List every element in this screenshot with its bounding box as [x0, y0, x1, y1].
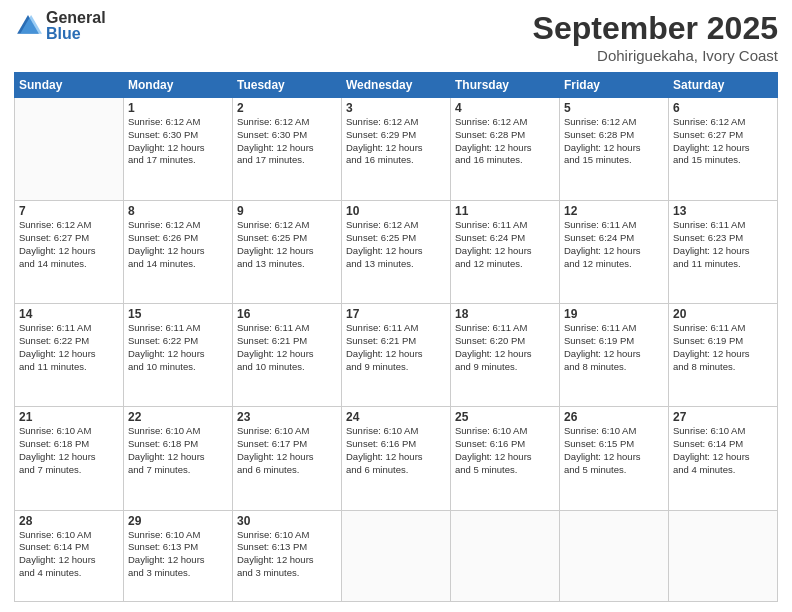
calendar-header-sunday: Sunday	[15, 73, 124, 98]
calendar-cell: 14Sunrise: 6:11 AM Sunset: 6:22 PM Dayli…	[15, 304, 124, 407]
calendar-cell: 26Sunrise: 6:10 AM Sunset: 6:15 PM Dayli…	[560, 407, 669, 510]
calendar-header-tuesday: Tuesday	[233, 73, 342, 98]
day-number: 21	[19, 410, 119, 424]
day-number: 3	[346, 101, 446, 115]
day-number: 17	[346, 307, 446, 321]
header: General Blue September 2025 Dohiriguekah…	[14, 10, 778, 64]
calendar-header-thursday: Thursday	[451, 73, 560, 98]
day-info: Sunrise: 6:12 AM Sunset: 6:30 PM Dayligh…	[237, 116, 337, 167]
logo-text: General Blue	[46, 10, 106, 42]
day-info: Sunrise: 6:12 AM Sunset: 6:25 PM Dayligh…	[346, 219, 446, 270]
day-number: 30	[237, 514, 337, 528]
logo-icon	[14, 12, 42, 40]
calendar-cell: 3Sunrise: 6:12 AM Sunset: 6:29 PM Daylig…	[342, 98, 451, 201]
calendar-cell: 4Sunrise: 6:12 AM Sunset: 6:28 PM Daylig…	[451, 98, 560, 201]
calendar-cell: 27Sunrise: 6:10 AM Sunset: 6:14 PM Dayli…	[669, 407, 778, 510]
calendar-cell: 11Sunrise: 6:11 AM Sunset: 6:24 PM Dayli…	[451, 201, 560, 304]
day-number: 29	[128, 514, 228, 528]
calendar-cell: 16Sunrise: 6:11 AM Sunset: 6:21 PM Dayli…	[233, 304, 342, 407]
day-info: Sunrise: 6:10 AM Sunset: 6:14 PM Dayligh…	[673, 425, 773, 476]
day-info: Sunrise: 6:10 AM Sunset: 6:13 PM Dayligh…	[237, 529, 337, 580]
day-info: Sunrise: 6:12 AM Sunset: 6:29 PM Dayligh…	[346, 116, 446, 167]
day-info: Sunrise: 6:11 AM Sunset: 6:19 PM Dayligh…	[673, 322, 773, 373]
day-number: 16	[237, 307, 337, 321]
calendar-cell: 13Sunrise: 6:11 AM Sunset: 6:23 PM Dayli…	[669, 201, 778, 304]
day-number: 25	[455, 410, 555, 424]
calendar-week-row: 7Sunrise: 6:12 AM Sunset: 6:27 PM Daylig…	[15, 201, 778, 304]
title-month: September 2025	[533, 10, 778, 47]
calendar-cell	[451, 510, 560, 601]
day-number: 15	[128, 307, 228, 321]
day-info: Sunrise: 6:11 AM Sunset: 6:24 PM Dayligh…	[564, 219, 664, 270]
day-info: Sunrise: 6:12 AM Sunset: 6:28 PM Dayligh…	[455, 116, 555, 167]
logo-general: General	[46, 10, 106, 26]
day-info: Sunrise: 6:10 AM Sunset: 6:18 PM Dayligh…	[128, 425, 228, 476]
day-number: 20	[673, 307, 773, 321]
calendar-header-wednesday: Wednesday	[342, 73, 451, 98]
calendar-cell	[669, 510, 778, 601]
calendar-cell: 20Sunrise: 6:11 AM Sunset: 6:19 PM Dayli…	[669, 304, 778, 407]
day-info: Sunrise: 6:10 AM Sunset: 6:17 PM Dayligh…	[237, 425, 337, 476]
calendar-week-row: 14Sunrise: 6:11 AM Sunset: 6:22 PM Dayli…	[15, 304, 778, 407]
calendar-cell: 30Sunrise: 6:10 AM Sunset: 6:13 PM Dayli…	[233, 510, 342, 601]
day-number: 22	[128, 410, 228, 424]
title-block: September 2025 Dohiriguekaha, Ivory Coas…	[533, 10, 778, 64]
day-number: 19	[564, 307, 664, 321]
day-number: 24	[346, 410, 446, 424]
calendar-cell	[342, 510, 451, 601]
day-info: Sunrise: 6:11 AM Sunset: 6:21 PM Dayligh…	[346, 322, 446, 373]
calendar-cell: 24Sunrise: 6:10 AM Sunset: 6:16 PM Dayli…	[342, 407, 451, 510]
day-number: 13	[673, 204, 773, 218]
calendar-cell: 15Sunrise: 6:11 AM Sunset: 6:22 PM Dayli…	[124, 304, 233, 407]
day-number: 4	[455, 101, 555, 115]
day-info: Sunrise: 6:12 AM Sunset: 6:26 PM Dayligh…	[128, 219, 228, 270]
calendar-cell: 6Sunrise: 6:12 AM Sunset: 6:27 PM Daylig…	[669, 98, 778, 201]
day-info: Sunrise: 6:12 AM Sunset: 6:28 PM Dayligh…	[564, 116, 664, 167]
day-info: Sunrise: 6:12 AM Sunset: 6:30 PM Dayligh…	[128, 116, 228, 167]
day-info: Sunrise: 6:10 AM Sunset: 6:18 PM Dayligh…	[19, 425, 119, 476]
calendar-cell	[15, 98, 124, 201]
day-number: 27	[673, 410, 773, 424]
calendar-table: SundayMondayTuesdayWednesdayThursdayFrid…	[14, 72, 778, 602]
calendar-cell: 22Sunrise: 6:10 AM Sunset: 6:18 PM Dayli…	[124, 407, 233, 510]
page: General Blue September 2025 Dohiriguekah…	[0, 0, 792, 612]
day-number: 18	[455, 307, 555, 321]
day-number: 12	[564, 204, 664, 218]
day-info: Sunrise: 6:10 AM Sunset: 6:13 PM Dayligh…	[128, 529, 228, 580]
calendar-cell	[560, 510, 669, 601]
day-number: 9	[237, 204, 337, 218]
calendar-cell: 23Sunrise: 6:10 AM Sunset: 6:17 PM Dayli…	[233, 407, 342, 510]
calendar-cell: 1Sunrise: 6:12 AM Sunset: 6:30 PM Daylig…	[124, 98, 233, 201]
calendar-cell: 2Sunrise: 6:12 AM Sunset: 6:30 PM Daylig…	[233, 98, 342, 201]
day-number: 6	[673, 101, 773, 115]
day-number: 23	[237, 410, 337, 424]
day-number: 11	[455, 204, 555, 218]
day-number: 28	[19, 514, 119, 528]
day-number: 8	[128, 204, 228, 218]
calendar-cell: 19Sunrise: 6:11 AM Sunset: 6:19 PM Dayli…	[560, 304, 669, 407]
day-number: 10	[346, 204, 446, 218]
day-info: Sunrise: 6:11 AM Sunset: 6:19 PM Dayligh…	[564, 322, 664, 373]
day-number: 7	[19, 204, 119, 218]
calendar-header-monday: Monday	[124, 73, 233, 98]
day-number: 1	[128, 101, 228, 115]
calendar-cell: 12Sunrise: 6:11 AM Sunset: 6:24 PM Dayli…	[560, 201, 669, 304]
day-info: Sunrise: 6:11 AM Sunset: 6:22 PM Dayligh…	[19, 322, 119, 373]
calendar-header-row: SundayMondayTuesdayWednesdayThursdayFrid…	[15, 73, 778, 98]
title-location: Dohiriguekaha, Ivory Coast	[533, 47, 778, 64]
day-info: Sunrise: 6:11 AM Sunset: 6:23 PM Dayligh…	[673, 219, 773, 270]
calendar-cell: 29Sunrise: 6:10 AM Sunset: 6:13 PM Dayli…	[124, 510, 233, 601]
calendar-cell: 21Sunrise: 6:10 AM Sunset: 6:18 PM Dayli…	[15, 407, 124, 510]
calendar-cell: 10Sunrise: 6:12 AM Sunset: 6:25 PM Dayli…	[342, 201, 451, 304]
day-info: Sunrise: 6:10 AM Sunset: 6:15 PM Dayligh…	[564, 425, 664, 476]
day-info: Sunrise: 6:11 AM Sunset: 6:21 PM Dayligh…	[237, 322, 337, 373]
calendar-cell: 9Sunrise: 6:12 AM Sunset: 6:25 PM Daylig…	[233, 201, 342, 304]
day-info: Sunrise: 6:10 AM Sunset: 6:14 PM Dayligh…	[19, 529, 119, 580]
calendar-week-row: 21Sunrise: 6:10 AM Sunset: 6:18 PM Dayli…	[15, 407, 778, 510]
day-number: 2	[237, 101, 337, 115]
calendar-cell: 25Sunrise: 6:10 AM Sunset: 6:16 PM Dayli…	[451, 407, 560, 510]
calendar-week-row: 28Sunrise: 6:10 AM Sunset: 6:14 PM Dayli…	[15, 510, 778, 601]
day-number: 5	[564, 101, 664, 115]
calendar-week-row: 1Sunrise: 6:12 AM Sunset: 6:30 PM Daylig…	[15, 98, 778, 201]
calendar-cell: 5Sunrise: 6:12 AM Sunset: 6:28 PM Daylig…	[560, 98, 669, 201]
